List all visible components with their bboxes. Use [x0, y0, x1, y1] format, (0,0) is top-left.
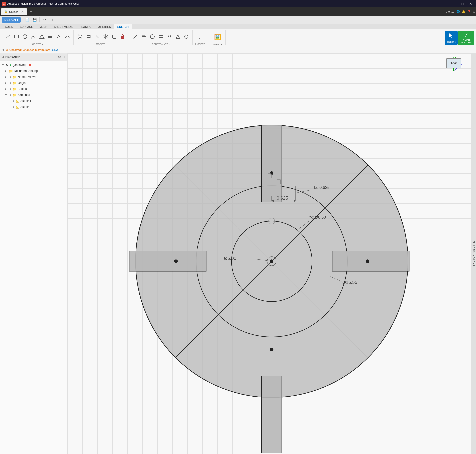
tree-item-named-views[interactable]: ▶ 👁 📁 Named Views — [0, 74, 67, 80]
arc-tool-button[interactable] — [29, 31, 37, 42]
named-views-eye-icon: 👁 — [9, 75, 12, 78]
close-button[interactable]: ✕ — [467, 0, 474, 7]
app-icon: A — [2, 2, 6, 6]
tab-untitled[interactable]: 🔒 Untitled* ✕ — [1, 8, 27, 15]
tree-item-bodies[interactable]: ▶ 👁 📁 Bodies — [0, 86, 67, 92]
tab-sketch[interactable]: SKETCH — [114, 24, 132, 29]
svg-line-2 — [6, 35, 10, 38]
constraint-btn-7[interactable] — [182, 31, 190, 42]
sketch2-label: Sketch2 — [20, 105, 31, 109]
origin-label: Origin — [18, 81, 26, 85]
tree-item-sketch1[interactable]: ▶ 👁 📐 Sketch1 — [0, 98, 67, 104]
constraint-btn-3[interactable] — [148, 31, 156, 42]
separator-2 — [39, 17, 40, 22]
create-group-label[interactable]: CREATE ▾ — [32, 43, 43, 45]
browser-expand-icon[interactable]: ⊡ — [62, 55, 65, 59]
tab-surface[interactable]: SURFACE — [17, 24, 36, 29]
tab-close-button[interactable]: ✕ — [21, 10, 24, 14]
titlebar: A Autodesk Fusion 360 (Personal – Not fo… — [0, 0, 476, 7]
conic-tool-button[interactable] — [63, 31, 71, 42]
insert-image-button[interactable]: 🖼️ — [211, 30, 223, 43]
browser-collapse-btn[interactable]: ◀ — [2, 56, 4, 58]
svg-text:fx: Ø8.50: fx: Ø8.50 — [310, 215, 326, 219]
root-settings-icon: ⚙ — [6, 63, 9, 67]
svg-point-8 — [58, 35, 59, 36]
lock-constraint-button[interactable] — [119, 31, 127, 42]
browser-settings-icon[interactable]: ⚙ — [58, 55, 61, 59]
insert-group-label[interactable]: INSERT ▾ — [212, 43, 222, 46]
dimension-tool-button[interactable] — [197, 31, 205, 42]
collapse-browser-btn[interactable]: ◀ — [2, 48, 4, 51]
svg-rect-35 — [262, 376, 282, 453]
view-cube[interactable]: Y Z TOP — [444, 56, 464, 76]
sketch-svg: 0.625 fx: 0.625 Ø6.00 fx: Ø8.50 Ø16.55 — [67, 53, 471, 454]
svg-text:0.625: 0.625 — [277, 196, 288, 201]
constraint-btn-4[interactable] — [157, 31, 165, 42]
undo-button[interactable]: ↩ — [41, 17, 48, 23]
doc-settings-folder-icon: 📁 — [9, 69, 13, 73]
save-link[interactable]: Save — [52, 48, 59, 51]
trim-tool-button[interactable] — [76, 31, 84, 42]
tree-item-sketch2[interactable]: ▶ 👁 📐 Sketch2 — [0, 104, 67, 110]
spline-tool-button[interactable] — [55, 31, 63, 42]
named-views-arrow: ▶ — [5, 76, 8, 78]
mirror-tool-button[interactable] — [102, 31, 110, 42]
ribbon: SOLID SURFACE MESH SHEET METAL PLASTIC U… — [0, 24, 476, 46]
tree-item-sketches[interactable]: ▼ 👁 📁 Sketches — [0, 92, 67, 98]
constraint-btn-1[interactable] — [131, 31, 139, 42]
slot-tool-button[interactable] — [46, 31, 54, 42]
tree-item-origin[interactable]: ▶ 👁 📁 Origin — [0, 80, 67, 86]
circle-tool-button[interactable] — [21, 31, 29, 42]
main-area: ◀ BROWSER ⚙ ⊡ ▼ ⚙ ● (Unsaved) ⏺ ▶ 📁 Docu… — [0, 53, 476, 454]
sketches-arrow: ▼ — [5, 94, 8, 96]
tab-mesh[interactable]: MESH — [36, 24, 50, 29]
tree-item-document-settings[interactable]: ▶ 📁 Document Settings — [0, 68, 67, 74]
sketches-label: Sketches — [18, 93, 30, 97]
help-icon: ❓ — [467, 10, 471, 13]
rectangle-tool-button[interactable] — [12, 31, 20, 42]
tree-item-root[interactable]: ▼ ⚙ ● (Unsaved) ⏺ — [0, 62, 67, 68]
root-recording-icon: ⏺ — [29, 63, 32, 67]
browser-panel: ◀ BROWSER ⚙ ⊡ ▼ ⚙ ● (Unsaved) ⏺ ▶ 📁 Docu… — [0, 53, 67, 454]
ribbon-group-constraints: CONSTRAINTS ▾ — [129, 30, 193, 45]
svg-rect-33 — [129, 251, 206, 271]
svg-point-36 — [270, 171, 273, 175]
tab-utilities[interactable]: UTILITIES — [95, 24, 114, 29]
maximize-button[interactable]: □ — [459, 0, 466, 7]
root-active-icon: ● — [10, 63, 12, 67]
constraint-btn-6[interactable] — [174, 31, 182, 42]
extend-tool-button[interactable] — [93, 31, 101, 42]
minimize-button[interactable]: — — [451, 0, 458, 7]
svg-text:fx: 0.625: fx: 0.625 — [314, 185, 330, 190]
fillet-tool-button[interactable] — [110, 31, 118, 42]
view-cube-box[interactable]: TOP — [446, 58, 461, 68]
tab-plastic[interactable]: PLASTIC — [77, 24, 94, 29]
line-tool-button[interactable] — [4, 31, 12, 42]
constraint-btn-2[interactable] — [140, 31, 148, 42]
modify-group-label[interactable]: MODIFY ▾ — [96, 43, 107, 45]
polygon-tool-button[interactable] — [38, 31, 46, 42]
file-button[interactable]: 📄 — [24, 17, 30, 23]
redo-button[interactable]: ↪ — [49, 17, 55, 23]
inspect-group-label[interactable]: INSPECT ▾ — [195, 43, 207, 45]
tab-sheet-metal[interactable]: SHEET METAL — [51, 24, 76, 29]
modify-tools — [76, 30, 127, 43]
tab-solid[interactable]: SOLID — [2, 24, 16, 29]
save-button[interactable]: 💾 — [31, 17, 38, 23]
svg-point-39 — [366, 259, 369, 263]
new-tab-button[interactable]: + — [28, 9, 34, 15]
constraints-group-label[interactable]: CONSTRAINTS ▾ — [152, 43, 170, 45]
tab-lock-icon: 🔒 — [4, 10, 8, 13]
bodies-label: Bodies — [18, 87, 27, 91]
root-label: (Unsaved) — [13, 63, 26, 67]
sketch1-label: Sketch1 — [20, 99, 31, 103]
constraint-btn-5[interactable] — [165, 31, 173, 42]
select-button[interactable]: SELECT ▾ — [445, 31, 458, 45]
design-workspace-button[interactable]: DESIGN ▾ — [2, 17, 21, 23]
svg-marker-18 — [176, 35, 180, 38]
canvas-area[interactable]: 0.625 fx: 0.625 Ø6.00 fx: Ø8.50 Ø16.55 — [67, 53, 471, 454]
sketches-eye-icon: 👁 — [9, 93, 12, 96]
offset-tool-button[interactable] — [85, 31, 93, 42]
svg-point-15 — [150, 35, 154, 39]
finish-sketch-button[interactable]: ✓ FINISH SKETCH ▾ — [458, 31, 474, 45]
